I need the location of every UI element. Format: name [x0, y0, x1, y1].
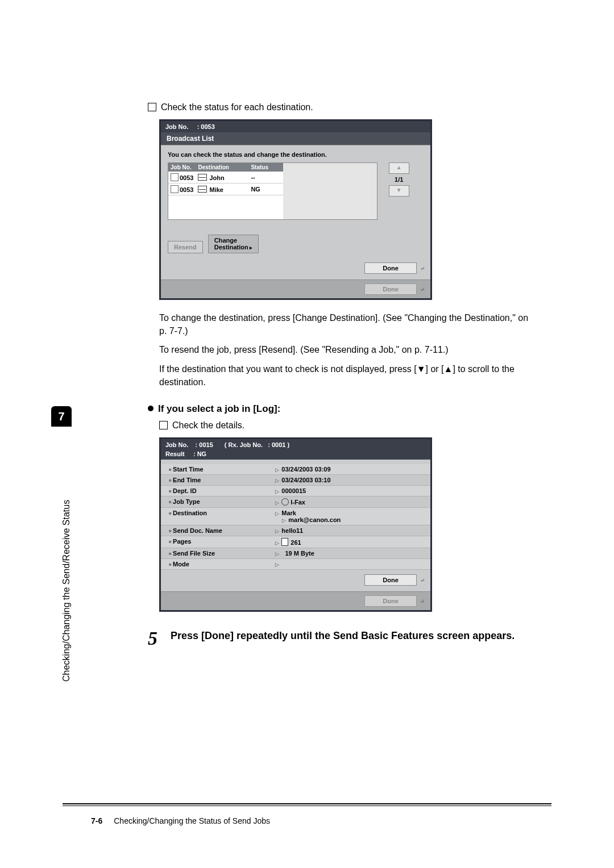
detail-row: Destination▷Mark▷mark@canon.con: [161, 508, 430, 525]
checkbox-icon: [159, 421, 168, 429]
detail-label: Send File Size: [169, 550, 275, 557]
tri-icon: ▷: [275, 540, 279, 546]
done-button[interactable]: Done: [364, 262, 417, 274]
envelope-icon: [198, 186, 207, 193]
chapter-tab: 7: [51, 406, 72, 427]
col-status: Status: [248, 163, 283, 172]
para-resend: To resend the job, press [Resend]. (See …: [159, 343, 534, 356]
ss2-result-v: : NG: [193, 450, 206, 457]
tri-icon: ▷: [275, 478, 279, 483]
chevron-right-icon: ▸: [250, 245, 252, 251]
return-icon: ⤶: [420, 265, 425, 272]
resend-button[interactable]: Resend: [168, 241, 203, 253]
bullet-icon: [148, 406, 154, 411]
cell-name: John: [209, 174, 224, 181]
step-number: 5: [148, 629, 171, 648]
check-status-line: Check the status for each destination.: [148, 102, 534, 112]
para-change-dest: To change the destination, press [Change…: [159, 311, 534, 337]
cell-job: 0053: [180, 186, 193, 193]
detail-value: 03/24/2003 03:10: [281, 477, 330, 483]
done-button-shadow: Done: [364, 283, 417, 295]
envelope-icon: [198, 174, 207, 181]
tri-icon: ▷: [275, 562, 279, 567]
globe-icon: [281, 498, 289, 506]
detail-label: Dept. ID: [169, 487, 275, 494]
ss2-result-l: Result: [165, 450, 185, 457]
detail-row: Send File Size▷ 19 M Byte: [161, 548, 430, 559]
ss2-titlebar2: Result : NG: [161, 450, 430, 460]
checkbox-icon: [148, 103, 156, 111]
cell-name: Mike: [209, 186, 223, 193]
detail-label: Pages: [169, 538, 275, 546]
tri-icon: ▷: [282, 518, 286, 523]
page: 7 Checking/Changing the Send/Receive Sta…: [0, 0, 614, 868]
detail-row: Start Time▷03/24/2003 03:09: [161, 464, 430, 475]
detail-value: I-Fax: [291, 499, 305, 506]
ss1-jobno-value: : 0053: [197, 123, 215, 130]
check-details-line: Check the details.: [159, 420, 534, 431]
ss1-titlebar: Job No. : 0053: [161, 121, 430, 132]
cell-status: NG: [248, 183, 283, 195]
scroll-down-button[interactable]: ▼: [389, 185, 409, 197]
col-jobno: Job No.: [168, 163, 196, 172]
table-row[interactable]: 0053 Mike NG: [168, 183, 283, 195]
scroll-up-button[interactable]: ▲: [389, 162, 409, 174]
ss2-jobno-v: : 0015: [196, 441, 213, 448]
down-triangle-icon: ▼: [417, 364, 426, 374]
content-area: Check the status for each destination. J…: [148, 102, 534, 648]
up-triangle-icon: ▲: [444, 364, 453, 374]
tri-icon: ▷: [275, 551, 279, 557]
ss1-scroll: ▲ 1/1 ▼: [380, 162, 418, 199]
change-destination-button[interactable]: Change Destination▸: [208, 235, 259, 253]
col-dest: Destination: [196, 163, 248, 172]
detail-value: Mark: [281, 510, 296, 516]
detail-label: Destination: [169, 510, 275, 523]
return-icon: ⤶: [420, 286, 425, 293]
ss1-jobno-label: Job No.: [165, 123, 188, 130]
footer: 7-6Checking/Changing the Status of Send …: [91, 816, 270, 825]
log-heading: If you select a job in [Log]:: [148, 403, 534, 415]
footer-title: Checking/Changing the Status of Send Job…: [114, 816, 270, 825]
tri-icon: ▷: [275, 500, 279, 506]
footer-rule: [63, 803, 551, 806]
step-text: Press [Done] repeatedly until the Send B…: [171, 629, 515, 643]
job-details-screenshot: Job No. : 0015 ( Rx. Job No. : 0001 ) Re…: [159, 437, 432, 612]
scroll-pre: If the destination that you want to chec…: [159, 364, 417, 374]
detail-row: End Time▷03/24/2003 03:10: [161, 475, 430, 486]
tri-icon: ▷: [275, 511, 279, 516]
change-dest-label: Change Destination: [214, 237, 248, 251]
page-number: 7-6: [91, 816, 102, 825]
table-row[interactable]: 0053 John --: [168, 172, 283, 183]
detail-value: hello11: [281, 527, 303, 534]
ss1-help-text: You can check the status and change the …: [168, 151, 424, 158]
sidebar-caption: Checking/Changing the Send/Receive Statu…: [61, 500, 72, 682]
log-heading-text: If you select a job in [Log]:: [158, 403, 280, 414]
ss2-titlebar: Job No. : 0015 ( Rx. Job No. : 0001 ): [161, 439, 430, 450]
return-icon: ⤶: [420, 577, 425, 583]
detail-label: Mode: [169, 561, 275, 567]
detail-value: 19 M Byte: [285, 550, 314, 557]
detail-label: Job Type: [169, 498, 275, 506]
done-button-shadow: Done: [364, 595, 417, 607]
ss2-body: Start Time▷03/24/2003 03:09 End Time▷03/…: [161, 460, 430, 570]
doc-icon: [171, 185, 179, 193]
doc-icon: [281, 538, 288, 546]
ss2-rx-v: : 0001 ): [268, 441, 289, 448]
check-details-text: Check the details.: [172, 420, 244, 430]
cell-status: --: [248, 172, 283, 183]
detail-row: Job Type▷I-Fax: [161, 496, 430, 508]
ss1-table: Job No. Destination Status 0053 John -- …: [168, 162, 377, 220]
done-button[interactable]: Done: [364, 574, 417, 586]
doc-icon: [171, 173, 179, 181]
return-icon: ⤶: [420, 598, 425, 604]
ss1-subtitle: Broadcast List: [161, 132, 430, 145]
tri-icon: ▷: [275, 467, 279, 473]
broadcast-list-screenshot: Job No. : 0053 Broadcast List You can ch…: [159, 119, 432, 300]
pager-text: 1/1: [380, 176, 418, 183]
para-scroll: If the destination that you want to chec…: [159, 362, 534, 389]
detail-row: Send Doc. Name▷hello11: [161, 525, 430, 536]
tri-icon: ▷: [275, 528, 279, 534]
detail-label: End Time: [169, 477, 275, 483]
detail-label: Start Time: [169, 466, 275, 473]
cell-job: 0053: [180, 174, 193, 181]
